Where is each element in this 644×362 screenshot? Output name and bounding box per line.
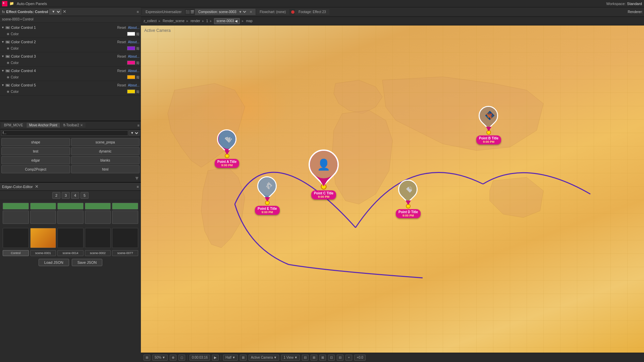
breadcrumb-map[interactable]: map xyxy=(246,19,252,23)
cc1-swatch[interactable] xyxy=(127,32,135,36)
comp-thumb-1[interactable] xyxy=(3,228,29,248)
cc3-about[interactable]: About... xyxy=(128,55,140,58)
tab-bpm-move[interactable]: BPM_MOVE xyxy=(1,123,26,128)
timecode-display[interactable]: 0:00:03:16 xyxy=(190,355,210,361)
map-pin-b[interactable]: 🌉 Point B Title 9:00 PM xyxy=(476,106,501,144)
comp-thumb-3[interactable] xyxy=(57,228,84,248)
btn-html[interactable]: html xyxy=(71,165,140,173)
btn-edgar[interactable]: edgar xyxy=(1,156,70,164)
edgar-tab-5[interactable]: 5 xyxy=(80,192,89,199)
comp-thumb-4[interactable] xyxy=(85,228,111,248)
breadcrumb-1[interactable]: 1 xyxy=(206,19,208,23)
toolbar-search-input[interactable] xyxy=(1,130,128,136)
cc1-reset[interactable]: Reset xyxy=(117,26,126,29)
swatch-top-4[interactable] xyxy=(85,203,111,209)
cc4-reset[interactable]: Reset xyxy=(117,69,126,73)
chevron-icon: ▼ xyxy=(1,55,4,58)
edgar-tab-3[interactable]: 3 xyxy=(62,192,70,199)
color-control-3-header[interactable]: ▼ fx Color Control 3 Reset About... xyxy=(0,53,141,60)
cc2-about[interactable]: About... xyxy=(128,40,140,44)
pin-b-photo: 🌉 xyxy=(475,102,502,129)
effect-controls-dropdown[interactable]: ▼ xyxy=(49,9,61,14)
swatch-top-2[interactable] xyxy=(30,203,56,209)
zoom-btn[interactable]: 50% ▼ xyxy=(152,355,168,361)
cc2-swatch[interactable] xyxy=(127,46,135,50)
comp-label-control[interactable]: Control xyxy=(3,250,29,256)
edgar-menu-icon[interactable]: ≡ xyxy=(137,185,139,189)
cc3-swatch[interactable] xyxy=(127,61,135,65)
tab-composition-scene0003[interactable]: Composition: scene-0003 ▼ ✕ xyxy=(195,9,256,15)
cc5-about[interactable]: About... xyxy=(128,83,140,87)
comp-label-scene0077[interactable]: scene-0077 xyxy=(112,250,138,256)
tab-expression-universalizer[interactable]: ExpressionUniversalizer xyxy=(142,9,185,15)
tab-close-icon[interactable]: ✕ xyxy=(80,123,83,127)
camera-btn[interactable]: Active Camera ▼ xyxy=(249,355,279,361)
btn-shape[interactable]: shape xyxy=(1,138,70,146)
edgar-close-icon[interactable]: ✕ xyxy=(35,184,39,189)
comp-tab-close-icon[interactable]: ✕ xyxy=(250,10,252,14)
toolbar-search-dropdown[interactable]: ▼ xyxy=(129,130,140,136)
comp-thumb-2[interactable] xyxy=(30,228,56,248)
layout-icon-5[interactable]: ⊟ xyxy=(337,355,343,361)
chevron-icon: ▼ xyxy=(1,83,4,87)
tab-ft-toolbar2[interactable]: ft-Toolbar2✕ xyxy=(61,123,86,128)
cc2-reset[interactable]: Reset xyxy=(117,40,126,44)
layout-icon-1[interactable]: ⊟ xyxy=(302,355,309,361)
fit-to-frame-icon[interactable]: ⊞ xyxy=(144,355,150,361)
breadcrumb-render[interactable]: render xyxy=(191,19,200,23)
color-control-2-header[interactable]: ▼ fx Color Control 2 Reset About... xyxy=(0,39,141,45)
comp-name-box[interactable]: scene-0003 ◀ xyxy=(214,18,240,24)
layout-icon-3[interactable]: ⊠ xyxy=(319,355,326,361)
comp-label-scene0002[interactable]: scene-0002 xyxy=(85,250,111,256)
breadcrumb-zcollect[interactable]: z_collect xyxy=(144,19,157,23)
region-icon[interactable]: ◻ xyxy=(178,355,185,361)
btn-blanks[interactable]: blanks xyxy=(71,156,140,164)
tab-move-anchor[interactable]: Move Anchor Point xyxy=(26,123,60,128)
swatch-top-3[interactable] xyxy=(57,203,84,209)
toolbar-menu-icon[interactable]: ≡ xyxy=(138,123,140,127)
cc5-swatch[interactable] xyxy=(127,89,135,94)
comp-thumb-5[interactable] xyxy=(112,228,138,248)
btn-scene-prepa[interactable]: scene_prepa xyxy=(71,138,140,146)
map-pin-e[interactable]: 🏗 Point E Title 9:00 PM xyxy=(255,176,280,215)
tab-footage[interactable]: Footage: Effect 23 xyxy=(295,9,329,15)
map-pin-c[interactable]: 👤 Point C Title 9:00 PM xyxy=(309,149,339,199)
cc3-reset[interactable]: Reset xyxy=(117,55,126,58)
effect-controls-close[interactable]: ✕ xyxy=(63,9,66,14)
color-control-1-header[interactable]: ▼ fx Color Control 1 Reset About... xyxy=(0,24,141,31)
swatch-top-1[interactable] xyxy=(3,203,29,209)
cc4-about[interactable]: About... xyxy=(128,69,140,73)
map-pin-a[interactable]: 🏙 Point A Title 9:00 PM xyxy=(215,129,239,168)
comp-dropdown[interactable]: ▼ xyxy=(237,10,247,14)
layout-icon-2[interactable]: ⊞ xyxy=(311,355,317,361)
save-json-button[interactable]: Save JSON xyxy=(72,259,102,266)
cc5-reset[interactable]: Reset xyxy=(117,83,126,87)
pin-b-time: 9:00 PM xyxy=(479,140,498,143)
grid-icon[interactable]: ⊞ xyxy=(240,355,247,361)
map-pin-d[interactable]: 🏔 Point D Title 9:00 PM xyxy=(396,180,421,218)
toolbar-scroll-down-icon[interactable]: ▼ xyxy=(134,175,140,181)
layout-icon-4[interactable]: ⊡ xyxy=(328,355,335,361)
effect-controls-menu[interactable]: ≡ xyxy=(137,10,139,14)
btn-dynamic[interactable]: dynamic xyxy=(71,147,140,155)
edgar-tab-2[interactable]: 2 xyxy=(52,192,60,199)
color-control-4-header[interactable]: ▼ fx Color Control 4 Reset About... xyxy=(0,67,141,74)
load-json-button[interactable]: Load JSON xyxy=(39,259,69,266)
tab-flowchart[interactable]: Flowchart: (none) xyxy=(256,9,289,15)
resolution-icon[interactable]: ⊕ xyxy=(170,355,176,361)
btn-comp2project[interactable]: Comp2Project xyxy=(1,165,70,173)
play-icon[interactable]: ▶ xyxy=(212,355,219,361)
swatch-bottom-4 xyxy=(85,210,111,224)
quality-btn[interactable]: Half ▼ xyxy=(223,355,238,361)
comp-label-scene0014[interactable]: scene-0014 xyxy=(57,250,84,256)
edgar-tab-4[interactable]: 4 xyxy=(71,192,79,199)
comp-label-scene0001[interactable]: scene-0001 xyxy=(30,250,56,256)
btn-test[interactable]: test xyxy=(1,147,70,155)
cc1-about[interactable]: About... xyxy=(128,26,140,29)
view-btn[interactable]: 1 View ▼ xyxy=(281,355,300,361)
swatch-top-5[interactable] xyxy=(112,203,138,209)
breadcrumb-render-scene[interactable]: Render_scene xyxy=(163,19,184,23)
plus-icon[interactable]: + xyxy=(345,355,352,361)
cc4-swatch[interactable] xyxy=(127,75,135,79)
color-control-5-header[interactable]: ▼ fx Color Control 5 Reset About... xyxy=(0,82,141,88)
